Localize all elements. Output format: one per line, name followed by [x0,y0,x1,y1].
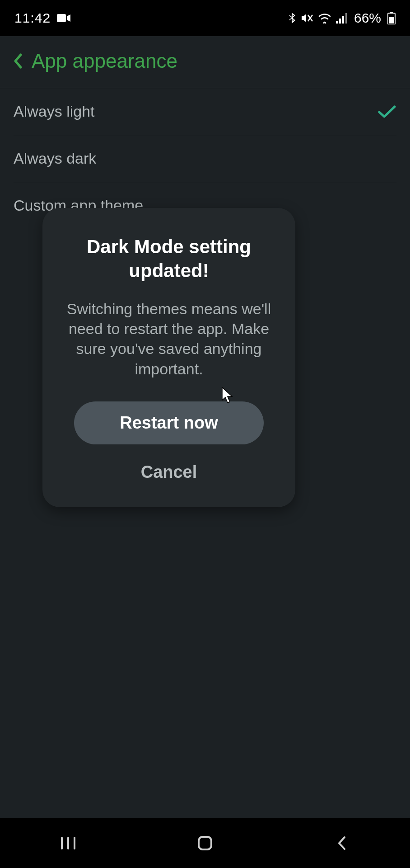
battery-percent: 66% [354,10,381,26]
svg-rect-3 [342,16,344,24]
svg-rect-0 [57,14,66,22]
video-recording-icon [57,13,70,23]
back-button[interactable] [308,827,376,859]
svg-rect-4 [345,13,347,24]
restart-dialog: Dark Mode setting updated! Switching the… [42,208,295,507]
dialog-body: Switching themes means we'll need to res… [65,299,273,379]
system-nav-bar [0,818,410,868]
svg-rect-11 [199,837,211,849]
dialog-title: Dark Mode setting updated! [65,235,273,283]
svg-rect-7 [389,17,394,24]
recents-button[interactable] [34,827,102,859]
check-icon [377,104,396,119]
restart-now-button[interactable]: Restart now [74,401,264,444]
wifi-icon [318,13,331,24]
svg-rect-2 [339,19,341,24]
home-button[interactable] [171,827,239,859]
status-left: 11:42 [14,10,70,26]
status-bar: 11:42 66% [0,0,410,36]
option-always-dark[interactable]: Always dark [14,135,396,182]
battery-icon [387,12,396,24]
option-label: Always dark [14,150,96,167]
back-icon[interactable] [13,53,23,69]
option-label: Always light [14,103,95,120]
signal-icon [336,13,348,24]
app-header: App appearance [0,36,410,88]
cancel-button[interactable]: Cancel [65,462,273,482]
option-always-light[interactable]: Always light [14,88,396,135]
bluetooth-icon [288,12,296,24]
status-right: 66% [288,10,396,26]
mute-vibrate-icon [301,12,313,24]
status-time: 11:42 [14,10,51,26]
svg-rect-1 [336,21,338,24]
page-title: App appearance [32,50,177,72]
